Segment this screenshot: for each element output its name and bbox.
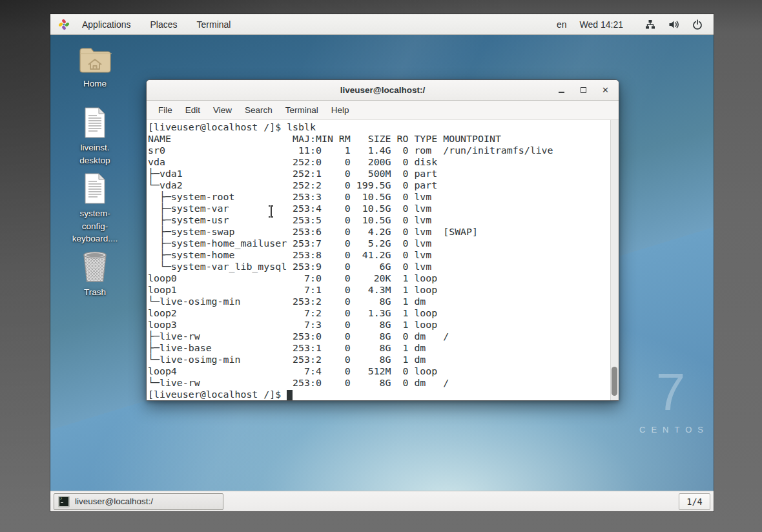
terminal-content-area[interactable]: [liveuser@localhost /]$ lsblk NAME MAJ:M…: [147, 120, 619, 400]
desktop-icon-label: liveinst. desktop: [61, 141, 129, 167]
clock[interactable]: Wed 14:21: [577, 17, 626, 32]
menu-edit[interactable]: Edit: [179, 101, 207, 119]
minimize-icon: [559, 87, 564, 93]
keyboard-layout-indicator[interactable]: en: [553, 17, 570, 32]
terminal-window: liveuser@localhost:/ ✕ File Edit View Se…: [146, 79, 619, 401]
window-titlebar[interactable]: liveuser@localhost:/ ✕: [147, 80, 619, 101]
desktop-icon-home[interactable]: Home: [61, 45, 129, 90]
desktop-screen: Applications Places Terminal en Wed 14:2…: [50, 14, 714, 511]
desktop-icon-label: Trash: [61, 286, 129, 299]
lsblk-output: [liveuser@localhost /]$ lsblk NAME MAJ:M…: [148, 121, 553, 389]
close-icon: ✕: [602, 86, 609, 94]
taskbar-window-label: liveuser@localhost:/: [75, 496, 153, 506]
menu-view[interactable]: View: [207, 101, 238, 119]
window-title: liveuser@localhost:/: [147, 85, 619, 95]
panel-menus: Applications Places Terminal: [58, 16, 238, 33]
desktop-icon-label: system- config- keyboard....: [61, 207, 129, 245]
menu-places[interactable]: Places: [143, 16, 185, 33]
network-icon[interactable]: [642, 17, 659, 32]
menu-applications[interactable]: Applications: [75, 16, 138, 33]
desktop-icon-system-config-keyboard[interactable]: system- config- keyboard....: [61, 172, 129, 245]
desktop-wallpaper: Home liveinst. desktop: [50, 35, 714, 491]
volume-icon[interactable]: [665, 17, 683, 32]
taskbar-window-button[interactable]: liveuser@localhost:/: [54, 493, 223, 510]
menu-terminal[interactable]: Terminal: [190, 16, 238, 33]
applications-menu-icon: [58, 19, 70, 30]
centos-watermark: 7 CENTOS: [633, 365, 708, 435]
screenshot-frame: Applications Places Terminal en Wed 14:2…: [0, 0, 762, 532]
maximize-button[interactable]: [579, 85, 588, 95]
minimize-button[interactable]: [557, 85, 566, 95]
close-button[interactable]: ✕: [601, 85, 610, 95]
document-icon: [61, 107, 129, 139]
menu-help[interactable]: Help: [325, 101, 356, 119]
menu-file[interactable]: File: [152, 101, 179, 119]
menu-search[interactable]: Search: [238, 101, 279, 119]
panel-status-area: en Wed 14:21: [553, 17, 706, 32]
desktop-icon-trash[interactable]: Trash: [61, 250, 129, 299]
centos-brand-text: CENTOS: [633, 425, 708, 435]
power-icon[interactable]: [689, 17, 706, 32]
terminal-menubar: File Edit View Search Terminal Help: [147, 101, 619, 120]
terminal-cursor: [287, 390, 293, 400]
menu-terminal[interactable]: Terminal: [279, 101, 325, 119]
document-icon: [61, 172, 129, 205]
centos-7-numeral: 7: [633, 365, 708, 418]
terminal-app-icon: [58, 496, 70, 507]
scrollbar-thumb[interactable]: [612, 367, 617, 396]
terminal-scrollbar[interactable]: [610, 120, 619, 400]
shell-prompt: [liveuser@localhost /]$: [148, 389, 287, 400]
terminal-output: [liveuser@localhost /]$ lsblk NAME MAJ:M…: [148, 121, 610, 400]
maximize-icon: [581, 87, 586, 93]
top-panel: Applications Places Terminal en Wed 14:2…: [50, 14, 714, 35]
bottom-taskbar: liveuser@localhost:/ 1/4: [50, 491, 714, 511]
trash-icon: [61, 250, 129, 283]
desktop-icon-label: Home: [61, 77, 129, 90]
window-controls: ✕: [557, 85, 619, 95]
folder-home-icon: [61, 45, 129, 75]
workspace-switcher[interactable]: 1/4: [679, 493, 710, 510]
desktop-icon-liveinst[interactable]: liveinst. desktop: [61, 107, 129, 167]
